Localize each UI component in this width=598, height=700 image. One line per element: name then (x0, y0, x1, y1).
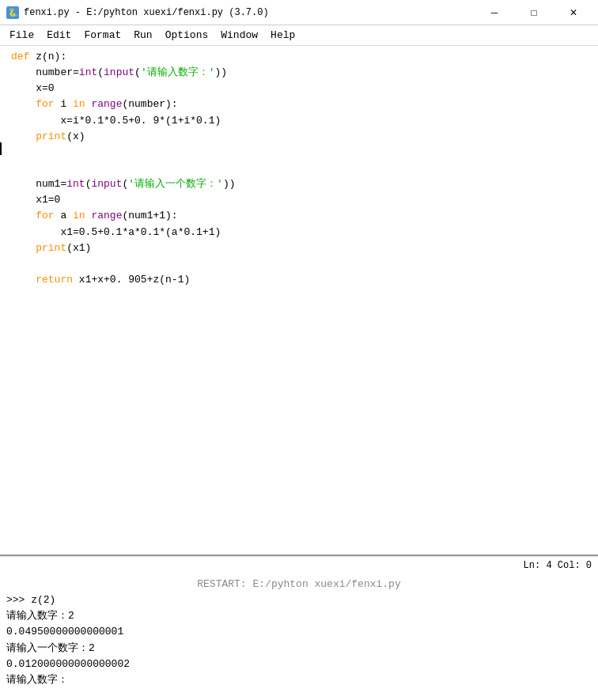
menu-item-file[interactable]: File (3, 28, 40, 43)
cursor-position: Ln: 4 Col: 0 (524, 560, 592, 571)
shell-line-5: 请输入数字： (6, 672, 592, 688)
editor-inner: def z(n): number=int(input('请输入数字：')) x=… (0, 49, 598, 551)
code-line-14: return x1+x+0. 905+z(n-1) (11, 272, 592, 288)
shell-line-0: >>> z(2) (6, 592, 592, 608)
shell-container: RESTART: E:/pyhton xuexi/fenxi.py>>> z(2… (0, 573, 598, 700)
main-area: def z(n): number=int(input('请输入数字：')) x=… (0, 46, 598, 700)
code-line-11: x1=0.5+0.1*a*0.1*(a*0.1+1) (11, 225, 592, 240)
code-line-8: num1=int(input('请输入一个数字：')) (11, 176, 592, 192)
code-line-9: x1=0 (11, 192, 592, 208)
status-bar: Ln: 4 Col: 0 (0, 556, 598, 573)
title-controls: ─ □ ✕ (476, 3, 592, 22)
menu-item-window[interactable]: Window (214, 28, 264, 43)
title-bar: 🐍 fenxi.py - E:/pyhton xuexi/fenxi.py (3… (0, 0, 598, 25)
code-line-13 (11, 256, 592, 272)
menu-item-run[interactable]: Run (127, 28, 158, 43)
code-line-1: number=int(input('请输入数字：')) (11, 65, 592, 81)
close-button[interactable]: ✕ (555, 3, 592, 22)
menu-item-format[interactable]: Format (78, 28, 127, 43)
cursor-line (0, 142, 2, 155)
code-line-0: def z(n): (11, 49, 592, 65)
code-editor[interactable]: def z(n): number=int(input('请输入数字：')) x=… (0, 46, 598, 556)
code-line-5: print(x) (11, 129, 592, 145)
app-icon: 🐍 (6, 6, 19, 19)
title-text: fenxi.py - E:/pyhton xuexi/fenxi.py (3.7… (24, 7, 269, 18)
code-line-2: x=0 (11, 81, 592, 96)
title-left: 🐍 fenxi.py - E:/pyhton xuexi/fenxi.py (3… (6, 6, 269, 19)
shell-line-1: 请输入数字：2 (6, 608, 592, 624)
code-line-12: print(x1) (11, 240, 592, 256)
code-line-10: for a in range(num1+1): (11, 208, 592, 224)
code-line-3: for i in range(number): (11, 96, 592, 112)
code-line-6 (11, 145, 592, 161)
code-line-7 (11, 161, 592, 176)
shell-restart-line: RESTART: E:/pyhton xuexi/fenxi.py (6, 577, 592, 592)
shell-line-3: 请输入一个数字：2 (6, 641, 592, 656)
menu-item-edit[interactable]: Edit (40, 28, 78, 43)
maximize-button[interactable]: □ (516, 3, 552, 22)
shell-line-2: 0.04950000000000001 (6, 624, 592, 640)
menu-bar: FileEditFormatRunOptionsWindowHelp (0, 25, 598, 46)
code-content: def z(n): number=int(input('请输入数字：')) x=… (5, 49, 598, 551)
shell-line-4: 0.012000000000000002 (6, 656, 592, 672)
shell[interactable]: RESTART: E:/pyhton xuexi/fenxi.py>>> z(2… (0, 573, 598, 700)
menu-item-options[interactable]: Options (159, 28, 215, 43)
line-indicator (0, 49, 5, 551)
menu-item-help[interactable]: Help (264, 28, 301, 43)
code-line-4: x=i*0.1*0.5+0. 9*(1+i*0.1) (11, 113, 592, 129)
minimize-button[interactable]: ─ (476, 3, 513, 22)
